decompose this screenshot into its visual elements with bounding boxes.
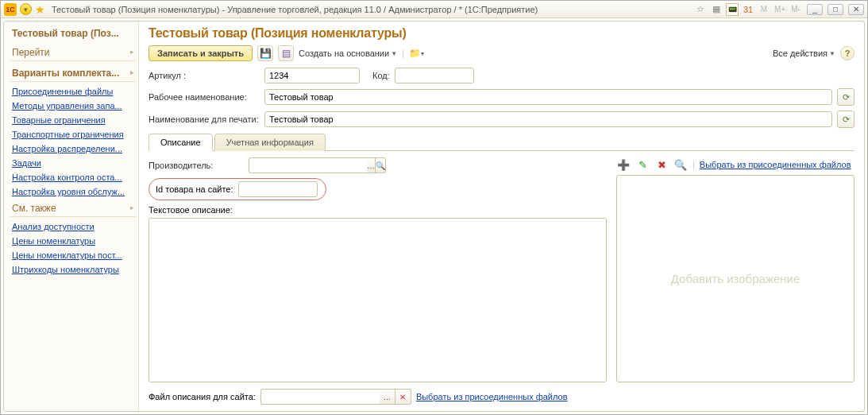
article-label: Артикул : bbox=[149, 71, 260, 80]
favorite-icon[interactable]: ☆ bbox=[694, 3, 707, 16]
sidebar-section-label: Варианты комплекта... bbox=[12, 68, 119, 79]
window-title: Тестовый товар (Позиция номенклатуры) - … bbox=[52, 5, 538, 14]
refresh-work-name-icon[interactable]: ⟳ bbox=[837, 88, 854, 106]
sidebar-link-transport-limits[interactable]: Транспортные ограничения bbox=[10, 128, 136, 141]
titlebar: 1C ▾ ★ Тестовый товар (Позиция номенклат… bbox=[1, 1, 867, 18]
minimize-button[interactable]: _ bbox=[807, 4, 823, 15]
sidebar-link-prices[interactable]: Цены номенклатуры bbox=[10, 235, 136, 247]
manufacturer-label: Производитель: bbox=[149, 161, 244, 170]
site-id-highlight: Id товара на сайте: bbox=[149, 178, 326, 200]
article-input[interactable] bbox=[264, 68, 360, 83]
desc-file-input[interactable] bbox=[260, 389, 380, 405]
sidebar-section-label: Перейти bbox=[12, 47, 50, 58]
code-label: Код: bbox=[372, 71, 390, 80]
m-button[interactable]: M bbox=[758, 3, 770, 16]
sidebar-link-product-limits[interactable]: Товарные ограничения bbox=[10, 114, 136, 126]
toolbar: Записать и закрыть 💾 ▤ Создать на основа… bbox=[149, 45, 854, 61]
tab-accounting[interactable]: Учетная информация bbox=[214, 134, 326, 151]
maximize-button[interactable]: □ bbox=[827, 4, 843, 15]
help-icon[interactable]: ? bbox=[840, 46, 854, 60]
sidebar: Тестовый товар (Поз... Перейти ▸ Вариант… bbox=[4, 21, 139, 411]
print-name-input[interactable] bbox=[264, 111, 832, 127]
favorite-star-icon[interactable]: ★ bbox=[35, 3, 45, 16]
save-and-close-button[interactable]: Записать и закрыть bbox=[149, 45, 253, 61]
folder-icon[interactable]: 📁▾ bbox=[409, 45, 425, 61]
save-icon[interactable]: 💾 bbox=[257, 45, 273, 61]
edit-image-icon[interactable]: ✎ bbox=[635, 157, 650, 172]
m-minus-button[interactable]: M- bbox=[789, 3, 802, 16]
app-logo-icon: 1C bbox=[4, 3, 17, 16]
sidebar-link-availability[interactable]: Анализ доступности bbox=[10, 220, 136, 233]
grid-icon[interactable]: ▦ bbox=[710, 3, 723, 16]
clear-icon[interactable]: ✕ bbox=[395, 389, 411, 405]
page-title: Тестовый товар (Позиция номенклатуры) bbox=[149, 26, 854, 41]
sidebar-section-variants[interactable]: Варианты комплекта... ▸ bbox=[10, 64, 136, 82]
sidebar-section-goto[interactable]: Перейти ▸ bbox=[10, 44, 136, 61]
calendar-icon[interactable]: 31 bbox=[742, 3, 754, 16]
image-drop-area[interactable]: Добавить изображение bbox=[616, 175, 854, 382]
select-icon[interactable]: … bbox=[367, 157, 376, 173]
search-icon[interactable]: 🔍 bbox=[376, 157, 386, 173]
dropdown-icon: ▼ bbox=[391, 50, 397, 57]
pick-attached-link-2[interactable]: Выбрать из присоединенных файлов bbox=[416, 392, 568, 401]
refresh-print-name-icon[interactable]: ⟳ bbox=[837, 111, 854, 128]
sidebar-link-barcodes[interactable]: Штрихкоды номенклатуры bbox=[10, 263, 136, 276]
all-actions-label: Все действия bbox=[773, 48, 827, 58]
sidebar-section-seealso[interactable]: См. также ▸ bbox=[10, 200, 136, 217]
main-content: Тестовый товар (Позиция номенклатуры) За… bbox=[139, 21, 864, 411]
pick-attached-link[interactable]: Выбрать из присоединенных файлов bbox=[700, 160, 851, 169]
sidebar-link-supplier-prices[interactable]: Цены номенклатуры пост... bbox=[10, 249, 136, 262]
chevron-icon: ▸ bbox=[130, 48, 134, 56]
list-icon[interactable]: ▤ bbox=[278, 45, 294, 61]
work-name-input[interactable] bbox=[264, 89, 832, 105]
sidebar-title: Тестовый товар (Поз... bbox=[10, 26, 136, 42]
zoom-image-icon[interactable]: 🔍 bbox=[673, 157, 688, 172]
sidebar-section-label: См. также bbox=[12, 203, 56, 214]
nav-dropdown-icon[interactable]: ▾ bbox=[20, 3, 32, 15]
close-button[interactable]: ✕ bbox=[848, 4, 864, 15]
app-window: 1C ▾ ★ Тестовый товар (Позиция номенклат… bbox=[0, 0, 868, 415]
m-plus-button[interactable]: M+ bbox=[773, 3, 786, 16]
chevron-icon: ▸ bbox=[130, 68, 134, 76]
select-icon[interactable]: … bbox=[380, 389, 395, 405]
sidebar-link-service-level[interactable]: Настройка уровня обслуж... bbox=[10, 185, 136, 198]
chevron-icon: ▸ bbox=[130, 204, 134, 211]
add-image-icon[interactable]: ➕ bbox=[616, 157, 631, 172]
site-id-input[interactable] bbox=[238, 181, 318, 197]
tab-description[interactable]: Описание bbox=[149, 134, 213, 151]
image-toolbar: ➕ ✎ ✖ 🔍 | Выбрать из присоединенных файл… bbox=[616, 157, 854, 172]
sidebar-link-attached-files[interactable]: Присоединенные файлы bbox=[10, 85, 136, 98]
work-name-label: Рабочее наименование: bbox=[149, 92, 260, 102]
desc-file-label: Файл описания для сайта: bbox=[149, 392, 256, 401]
sidebar-link-distribution[interactable]: Настройка распределени... bbox=[10, 142, 136, 155]
code-input[interactable] bbox=[395, 68, 474, 83]
sidebar-link-balance-control[interactable]: Настройка контроля оста... bbox=[10, 171, 136, 184]
delete-image-icon[interactable]: ✖ bbox=[654, 157, 669, 172]
tabs: Описание Учетная информация bbox=[149, 133, 854, 151]
site-id-label: Id товара на сайте: bbox=[156, 184, 233, 194]
sidebar-link-tasks[interactable]: Задачи bbox=[10, 157, 136, 169]
add-image-placeholder: Добавить изображение bbox=[671, 272, 800, 285]
print-name-label: Наименование для печати: bbox=[149, 114, 260, 124]
all-actions-button[interactable]: Все действия ▼ bbox=[773, 48, 835, 58]
text-desc-label: Текстовое описание: bbox=[149, 205, 607, 215]
create-based-label: Создать на основании bbox=[299, 48, 389, 58]
calculator-icon[interactable]: 📟 bbox=[726, 3, 739, 16]
manufacturer-input[interactable] bbox=[249, 157, 367, 173]
dropdown-icon: ▼ bbox=[829, 50, 835, 57]
text-desc-textarea[interactable] bbox=[149, 218, 607, 382]
sidebar-link-stock-methods[interactable]: Методы управления запа... bbox=[10, 99, 136, 112]
create-based-on-button[interactable]: Создать на основании ▼ bbox=[299, 48, 397, 58]
